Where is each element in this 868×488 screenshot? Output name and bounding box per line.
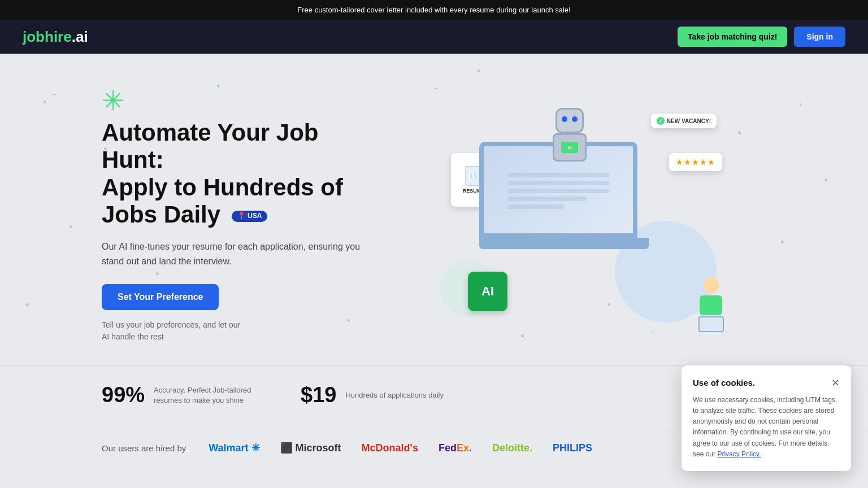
- brand-deloitte: Deloitte.: [492, 442, 532, 454]
- hero-content: ✳ Automate Your Job Hunt: Apply to Hundr…: [102, 88, 373, 343]
- illustration-wrapper: ✓ 📄 RESUME ✓ NEW VACANCY! ★★★★★: [434, 97, 728, 334]
- robot-eye-right: [572, 116, 578, 122]
- cookie-body: We use necessary cookies, including UTM …: [693, 395, 840, 460]
- cookie-banner: Use of cookies. ✕ We use necessary cooki…: [682, 365, 851, 471]
- stat-price-label: Hundreds of applications daily: [345, 390, 443, 400]
- set-preference-button[interactable]: Set Your Preference: [102, 284, 219, 310]
- hero-illustration: ✓ 📄 RESUME ✓ NEW VACANCY! ★★★★★: [373, 97, 789, 334]
- nav-actions: Take job matching quiz! Sign in: [678, 27, 845, 47]
- person-head: [703, 277, 719, 293]
- keyboard-svg: [502, 162, 615, 218]
- banner-text: Free custom-tailored cover letter includ…: [297, 6, 570, 14]
- person-body: [694, 277, 728, 323]
- vacancy-bubble: ✓ NEW VACANCY!: [651, 114, 717, 128]
- robot-chest: AI: [561, 142, 578, 153]
- brand-mcdonalds: McDonald's: [362, 442, 418, 454]
- promo-banner: Free custom-tailored cover letter includ…: [0, 0, 868, 20]
- hired-label: Our users are hired by: [102, 442, 186, 454]
- decoration-plus: +: [52, 91, 56, 99]
- hero-subtext: Tell us your job preferences, and let ou…: [102, 319, 373, 343]
- hero-description: Our AI fine-tunes your resume for each a…: [102, 239, 373, 268]
- stat-price: $19 Hundreds of applications daily: [301, 383, 444, 407]
- svg-rect-1: [507, 181, 609, 185]
- signin-button[interactable]: Sign in: [794, 27, 845, 47]
- svg-rect-2: [507, 189, 609, 193]
- vacancy-text: NEW VACANCY!: [667, 118, 711, 124]
- brand-logos: Walmart ✳ ⬛ Microsoft McDonald's FedEx. …: [209, 442, 592, 454]
- country-badge: 📍 USA: [232, 211, 268, 222]
- hero-title: Automate Your Job Hunt: Apply to Hundred…: [102, 119, 373, 228]
- stat-accuracy-number: 99%: [102, 383, 145, 407]
- stars-card: ★★★★★: [669, 153, 722, 171]
- quiz-button[interactable]: Take job matching quiz!: [678, 27, 787, 47]
- navbar: jobhire.ai Take job matching quiz! Sign …: [0, 20, 868, 54]
- svg-rect-4: [507, 204, 564, 209]
- stat-price-number: $19: [301, 383, 336, 407]
- logo: jobhire.ai: [23, 28, 88, 46]
- hired-inner: Our users are hired by Walmart ✳ ⬛ Micro…: [102, 442, 766, 454]
- cookie-close-button[interactable]: ✕: [831, 377, 840, 389]
- person-shirt: [700, 295, 722, 315]
- brand-philips: PHILIPS: [553, 442, 592, 454]
- cookie-header: Use of cookies. ✕: [693, 377, 840, 389]
- robot-character: AI: [547, 108, 592, 170]
- brand-microsoft: ⬛ Microsoft: [280, 442, 341, 454]
- svg-rect-3: [507, 197, 587, 201]
- asterisk-icon: ✳: [102, 88, 373, 115]
- robot-eye-left: [562, 116, 567, 122]
- brand-walmart: Walmart ✳: [209, 442, 259, 454]
- decoration-plus: +: [798, 101, 802, 108]
- cookie-title: Use of cookies.: [693, 378, 755, 387]
- privacy-policy-link[interactable]: Privacy Policy.: [717, 450, 761, 458]
- robot-head: [555, 108, 584, 133]
- person-laptop: [698, 316, 724, 332]
- vacancy-checkmark: ✓: [657, 117, 665, 125]
- brand-fedex: FedEx.: [439, 442, 472, 454]
- robot-body: AI: [553, 133, 587, 162]
- ai-block: AI: [468, 272, 507, 311]
- decoration-plus: +: [434, 85, 438, 93]
- hero-section: + + + + + ✳ Automate Your Job Hunt: Appl…: [0, 54, 868, 365]
- person-illustration: [694, 277, 728, 323]
- stat-accuracy: 99% Accuracy. Perfect Job-tailored resum…: [102, 383, 255, 407]
- laptop-keyboard: [479, 238, 649, 249]
- stat-accuracy-label: Accuracy. Perfect Job-tailored resumes t…: [154, 385, 255, 406]
- star-rating: ★★★★★: [676, 158, 715, 167]
- svg-rect-0: [507, 173, 609, 177]
